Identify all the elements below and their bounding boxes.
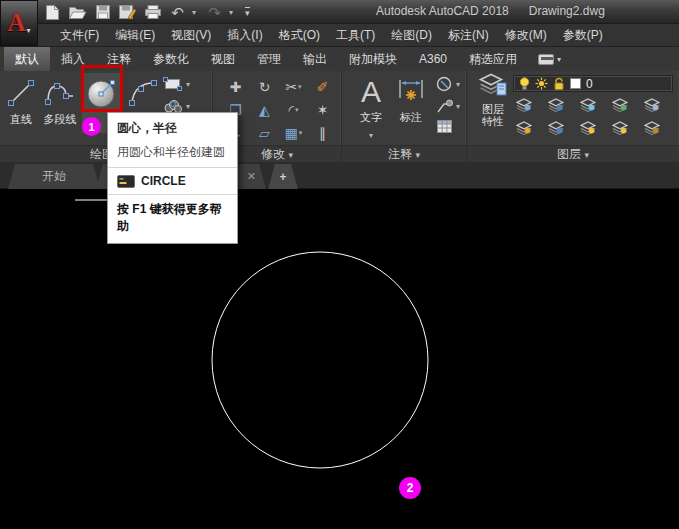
ribbon-tab-view[interactable]: 视图 <box>200 47 246 71</box>
current-layer-name: 0 <box>586 77 593 91</box>
app-title: Autodesk AutoCAD 2018 <box>376 4 509 18</box>
new-drawing-tab-button[interactable]: + <box>268 164 298 189</box>
new-button[interactable] <box>42 3 63 22</box>
offset-button[interactable]: ∥ <box>308 121 337 144</box>
layer-properties-button[interactable]: 图层 特性 <box>473 73 513 127</box>
customize-qat-button[interactable]: ▾ <box>245 7 250 18</box>
modify-tools-grid: ✚ ↻ ✂▾ ✐ ❐ ◭ ◜▾ ✶ ↔ ▱ ▦▾ ∥ <box>221 75 337 144</box>
layer-make-current-button[interactable] <box>643 98 661 112</box>
tooltip-f1-hint: 按 F1 键获得更多帮助 <box>108 195 237 243</box>
chevron-down-icon: ▾ <box>415 150 420 160</box>
menu-edit[interactable]: 编辑(E) <box>107 24 163 46</box>
leader-button[interactable]: ▾ <box>436 99 460 113</box>
close-icon[interactable]: ✕ <box>247 170 256 183</box>
undo-button[interactable]: ↶ <box>167 3 188 22</box>
rotate-button[interactable]: ↻ <box>250 75 279 98</box>
save-icon <box>95 4 111 20</box>
layer-thaw-button[interactable] <box>579 121 597 135</box>
save-as-button[interactable] <box>117 3 138 22</box>
layer-unisolate-button[interactable] <box>547 121 565 135</box>
canvas-graphics <box>0 189 679 529</box>
center-mark-icon <box>436 76 453 93</box>
layer-match-button[interactable] <box>643 121 661 135</box>
quick-access-toolbar: ↶ ▾ ↷ ▾ ▾ <box>42 1 250 23</box>
ribbon-display-toggle[interactable]: ▾ <box>538 47 561 71</box>
menu-file[interactable]: 文件(F) <box>52 24 107 46</box>
menu-parametric[interactable]: 参数(P) <box>555 24 611 46</box>
menu-draw[interactable]: 绘图(D) <box>383 24 440 46</box>
fillet-button[interactable]: ◜▾ <box>279 98 308 121</box>
line-tool-label: 直线 <box>1 113 41 126</box>
erase-button[interactable]: ✐ <box>308 75 337 98</box>
layer-lock-button[interactable] <box>611 98 629 112</box>
chevron-down-icon: ▾ <box>299 129 303 137</box>
layer-selector[interactable]: 0 <box>513 75 673 92</box>
ribbon-tab-output[interactable]: 输出 <box>292 47 338 71</box>
scale-icon: ▱ <box>259 126 270 140</box>
explode-button[interactable]: ✶ <box>308 98 337 121</box>
ribbon-tab-addins[interactable]: 附加模块 <box>338 47 408 71</box>
panel-footer-layers[interactable]: 图层 ▾ <box>467 145 679 162</box>
menu-dimension[interactable]: 标注(N) <box>440 24 497 46</box>
chevron-down-icon: ▾ <box>295 106 299 114</box>
file-tab-start[interactable]: 开始 <box>8 164 100 189</box>
panel-footer-annotation-label: 注释 <box>388 147 412 161</box>
rotate-icon: ↻ <box>259 80 271 94</box>
layer-unlock-button[interactable] <box>611 121 629 135</box>
open-button[interactable] <box>67 3 88 22</box>
dimension-tool-button[interactable]: 标注 <box>392 73 430 124</box>
fillet-icon: ◜ <box>289 103 294 117</box>
polyline-tool-button[interactable]: 多段线 <box>40 73 80 133</box>
menu-insert[interactable]: 插入(I) <box>219 24 270 46</box>
polyline-tool-label: 多段线 <box>40 113 80 126</box>
redo-button[interactable]: ↷ <box>204 3 225 22</box>
ribbon-tab-featured-apps[interactable]: 精选应用 <box>458 47 528 71</box>
dimension-icon <box>396 78 426 106</box>
trim-button[interactable]: ✂▾ <box>279 75 308 98</box>
chevron-down-icon: ▾ <box>584 150 589 160</box>
menu-format[interactable]: 格式(O) <box>271 24 328 46</box>
table-button[interactable] <box>436 119 460 134</box>
save-button[interactable] <box>92 3 113 22</box>
scale-button[interactable]: ▱ <box>250 121 279 144</box>
layer-properties-label-2: 特性 <box>473 115 513 127</box>
rectangle-tool-button[interactable]: ▾ <box>163 77 190 91</box>
drawing-canvas[interactable]: 2 <box>0 189 679 529</box>
panel-footer-annotation[interactable]: 注释 ▾ <box>342 145 466 162</box>
ribbon-tab-home[interactable]: 默认 <box>4 47 50 71</box>
array-button[interactable]: ▦▾ <box>279 121 308 144</box>
layer-freeze-button[interactable] <box>579 98 597 112</box>
autocad-window: A ▾ <box>0 0 679 529</box>
ribbon-tab-parametric[interactable]: 参数化 <box>142 47 200 71</box>
application-menu-button[interactable]: A ▾ <box>0 0 38 46</box>
ribbon-tab-a360[interactable]: A360 <box>408 47 458 71</box>
leader-icon <box>436 99 453 113</box>
line-tool-button[interactable]: 直线 <box>1 73 41 133</box>
move-icon: ✚ <box>230 80 242 94</box>
menu-view[interactable]: 视图(V) <box>163 24 219 46</box>
text-tool-button[interactable]: A 文字 ▾ <box>352 73 390 142</box>
annotation-side-tools: ▾ ▾ <box>436 76 460 134</box>
layer-tools-row-2 <box>515 121 661 135</box>
menu-tools[interactable]: 工具(T) <box>328 24 383 46</box>
layer-off-button[interactable] <box>515 98 533 112</box>
panel-annotation: A 文字 ▾ 标注 <box>342 71 467 162</box>
panel-footer-layers-label: 图层 <box>557 147 581 161</box>
redo-dropdown-caret-icon[interactable]: ▾ <box>229 8 237 17</box>
layer-tools-row-1 <box>515 98 661 112</box>
plot-button[interactable] <box>142 3 163 22</box>
revision-cloud-tool-button[interactable]: ▾ <box>163 99 190 113</box>
circle-tool-tooltip: 圆心，半径 用圆心和半径创建圆 CIRCLE 按 F1 键获得更多帮助 <box>107 112 238 244</box>
center-mark-button[interactable]: ▾ <box>436 76 460 93</box>
layer-unlock-icon <box>553 77 565 91</box>
ribbon-panel-icon <box>538 54 554 65</box>
chevron-down-icon: ▾ <box>27 26 31 35</box>
layer-isolate-button[interactable] <box>547 98 565 112</box>
drawn-circle-entity[interactable] <box>212 252 428 468</box>
layer-on-button[interactable] <box>515 121 533 135</box>
ribbon-tab-manage[interactable]: 管理 <box>246 47 292 71</box>
menu-modify[interactable]: 修改(M) <box>497 24 555 46</box>
move-button[interactable]: ✚ <box>221 75 250 98</box>
undo-dropdown-caret-icon[interactable]: ▾ <box>192 8 200 17</box>
mirror-button[interactable]: ◭ <box>250 98 279 121</box>
